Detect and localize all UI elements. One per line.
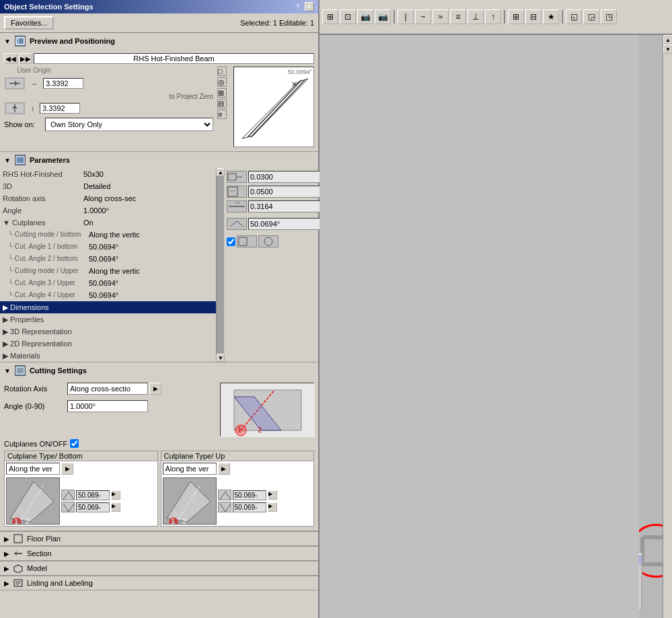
angle-row-u1: ▶: [218, 490, 277, 500]
param-val-cutting-mode: Along the vertic: [89, 229, 140, 240]
param-checkbox[interactable]: [227, 237, 235, 246]
toolbar-btn-6[interactable]: ~: [415, 9, 431, 24]
toolbar-btn-2[interactable]: ⊡: [340, 9, 356, 24]
window-title: Object Selection Settings: [4, 3, 94, 11]
show-on-select[interactable]: Own Story Only All Stories Home Story On…: [45, 118, 213, 131]
toolbar-btn-14[interactable]: ◱: [566, 9, 582, 24]
toolbar-btn-9[interactable]: ⊥: [468, 9, 484, 24]
cutplane-up-btn[interactable]: ▶: [218, 463, 230, 475]
param-val-cutting-upper: Along the vertic: [89, 266, 140, 276]
cutplane-bottom-input[interactable]: [6, 463, 60, 475]
toolbar-btn-10[interactable]: ↑: [485, 9, 501, 24]
prev-button[interactable]: ◀◀: [4, 53, 17, 64]
angle-btn-b2[interactable]: ▶: [111, 502, 120, 512]
angle-input[interactable]: [67, 400, 148, 412]
param-row-3d: 3D Detailed: [0, 180, 216, 192]
svg-rect-0: [16, 38, 24, 44]
preview-tool-btn3[interactable]: ⊞: [217, 88, 227, 98]
toolbar-btn-3[interactable]: 📷: [357, 9, 373, 24]
right-scrollbar[interactable]: ▲ ▼: [663, 35, 672, 618]
angle-btn-b1[interactable]: ▶: [111, 490, 120, 500]
section-header[interactable]: ▶ Section: [0, 546, 318, 561]
bottom-channel-shape: [639, 531, 663, 571]
svg-line-8: [248, 80, 301, 137]
origin-value2[interactable]: [40, 103, 80, 114]
param-input-row2: ⛓: [227, 186, 315, 198]
param-key-3d: 3D: [3, 181, 83, 192]
param-val-3d: Detailed: [83, 181, 110, 192]
angle-btn-u1[interactable]: ▶: [268, 490, 277, 500]
model-header[interactable]: ▶ Model: [0, 561, 318, 576]
floor-plan-label: Floor Plan: [27, 535, 61, 543]
param-row-rhs: RHS Hot-Finished 50x30: [0, 168, 216, 180]
user-origin-row: User Origin: [4, 67, 213, 74]
angle-btn-u2[interactable]: ▶: [268, 502, 277, 512]
cutting-settings-header[interactable]: ▼ Cutting Settings: [0, 362, 318, 379]
listing-header[interactable]: ▶ Listing and Labeling: [0, 576, 318, 590]
preview-drawing: ✕: [234, 77, 313, 144]
param-row-dimensions[interactable]: ▶ Dimensions: [0, 301, 216, 313]
toolbar-btn-11[interactable]: ⊞: [508, 9, 524, 24]
toolbar-btn-15[interactable]: ◲: [583, 9, 599, 24]
toolbar-btn-5[interactable]: |: [398, 9, 414, 24]
toolbar-btn-16[interactable]: ◳: [601, 9, 617, 24]
params-scrollbar[interactable]: ▲ ▼: [216, 168, 224, 362]
favorites-button[interactable]: Favorites...: [4, 16, 54, 30]
toolbar-btn-4[interactable]: 📷: [375, 9, 391, 24]
param-row-2drep[interactable]: ▶ 2D Representation: [0, 338, 216, 350]
preview-lower: User Origin ↔ to Project Zero: [4, 67, 314, 147]
angle-input-u2[interactable]: [233, 502, 266, 512]
origin-icon1: [4, 77, 26, 90]
left-panel: Object Selection Settings ? ✕ Favorites.…: [0, 0, 320, 618]
scrollbar-down-btn[interactable]: ▼: [663, 44, 672, 54]
show-on-row: Show on: Own Story Only All Stories Home…: [4, 118, 213, 131]
param-row-cutplanes[interactable]: ▼ Cutplanes On: [0, 217, 216, 229]
preview-tool-btn1[interactable]: □: [217, 67, 227, 76]
param-input-icon3: ↔: [227, 200, 247, 213]
cutplane-bottom-content: 1 2 ▶: [5, 476, 157, 526]
preview-section-header[interactable]: ▼ Preview and Positioning: [0, 33, 318, 49]
close-button[interactable]: ✕: [305, 2, 314, 11]
rotation-row: Rotation Axis ▶: [4, 383, 216, 395]
toolbar-btn-1[interactable]: ⊞: [322, 9, 338, 24]
cutplane-bottom-angles: ▶ ▶: [61, 477, 120, 525]
origin-value1[interactable]: [43, 78, 83, 89]
toolbar-btn-8[interactable]: ≡: [450, 9, 466, 24]
param-row-3drep[interactable]: ▶ 3D Representation: [0, 325, 216, 338]
preview-tool-btn5[interactable]: ≡: [217, 110, 227, 119]
param-row-properties[interactable]: ▶ Properties: [0, 313, 216, 325]
param-key-angle: Angle: [3, 205, 83, 216]
toolbar-btn-13[interactable]: ★: [543, 9, 559, 24]
cutplane-up-input[interactable]: [163, 463, 217, 475]
section-arrow: ▶: [4, 550, 9, 557]
angle-input-u1[interactable]: [233, 490, 266, 500]
cutting-section-title: Cutting Settings: [30, 366, 87, 375]
toolbar-btn-12[interactable]: ⊟: [525, 9, 542, 24]
rotation-input[interactable]: [67, 383, 148, 395]
preview-tool-btn4[interactable]: ⊟: [217, 99, 227, 108]
listing-label: Listing and Labeling: [27, 579, 93, 587]
scrollbar-up-btn[interactable]: ▲: [663, 35, 672, 44]
angle-input-b2[interactable]: [76, 502, 110, 512]
param-row-materials[interactable]: ▶ Materials: [0, 350, 216, 362]
cutplane-bottom-btn[interactable]: ▶: [61, 463, 73, 475]
param-row-cut-angle2: └ Cut. Angle 2 / bottom 50.0694°: [0, 253, 216, 265]
floor-plan-header[interactable]: ▶ Floor Plan: [0, 531, 318, 546]
angle-input-b1[interactable]: [76, 490, 110, 500]
right-toolbar: ⊞ ⊡ 📷 📷 | ~ ≈ ≡ ⊥ ↑ ⊞ ⊟ ★ ◱ ◲ ◳: [320, 0, 672, 35]
svg-text:1: 1: [237, 426, 241, 434]
toolbar-btn-7[interactable]: ≈: [433, 9, 449, 24]
cutplanes-checkbox[interactable]: [70, 439, 79, 448]
angle-icon-b2: [61, 502, 75, 512]
cutplane-up-content: 1 2 ▶: [161, 476, 314, 526]
parameters-content: RHS Hot-Finished 50x30 3D Detailed Rotat…: [0, 168, 318, 362]
next-button[interactable]: ▶▶: [19, 53, 32, 64]
param-key-dimensions: ▶ Dimensions: [3, 302, 83, 313]
svg-text:2: 2: [26, 517, 30, 525]
parameters-section-header[interactable]: ▼ Parameters: [0, 152, 318, 168]
rotation-dropdown-btn[interactable]: ▶: [149, 383, 161, 395]
preview-nav: ◀◀ ▶▶ RHS Hot-Finished Beam: [4, 53, 314, 64]
param-key-cutting-mode: └ Cutting mode / bottom: [8, 229, 89, 240]
preview-tool-btn2[interactable]: ◎: [217, 77, 227, 87]
param-row-cut-angle1: └ Cut. Angle 1 / bottom 50.0694°: [0, 241, 216, 253]
